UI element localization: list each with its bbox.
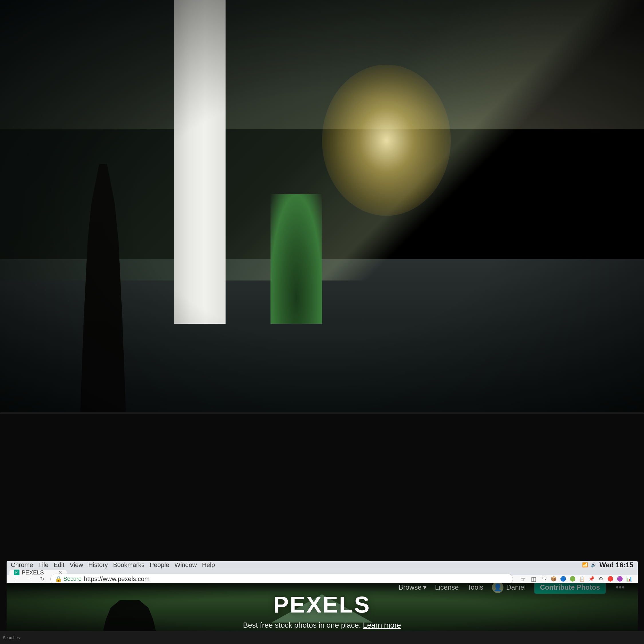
ext-icon-4[interactable]: 🟢	[569, 575, 577, 583]
pexels-tagline: Best free stock photos in one place. Lea…	[101, 621, 543, 630]
ext-icon-3[interactable]: 🔵	[559, 575, 567, 583]
bookmark-icons: ☆ ◫ 🛡 📦 🔵 🟢 📋 📌 ⚙ 🔴 🟣 📊	[519, 575, 633, 583]
menu-history[interactable]: History	[88, 561, 108, 569]
secure-badge: 🔒 Secure	[55, 576, 82, 582]
wifi-icon: 📶	[582, 562, 588, 568]
background-photo	[0, 0, 644, 432]
url-text: https://www.pexels.com	[84, 575, 150, 583]
nav-tools[interactable]: Tools	[467, 583, 483, 591]
more-options-button[interactable]: •••	[614, 583, 626, 594]
monitor-screen: Chrome File Edit View History Bookmarks …	[7, 561, 638, 639]
lock-icon: 🔒	[55, 576, 62, 582]
office-column	[174, 0, 226, 324]
window-light	[322, 65, 451, 216]
taskbar-search-label: Searches	[3, 635, 20, 640]
ext-icon-1[interactable]: 🛡	[540, 575, 548, 583]
nav-username: Daniel	[506, 583, 526, 591]
secure-label: Secure	[64, 576, 82, 582]
volume-icon: 🔊	[591, 562, 596, 568]
back-button[interactable]: ←	[11, 574, 21, 584]
menu-people[interactable]: People	[150, 561, 169, 569]
nav-license[interactable]: License	[435, 583, 459, 591]
extension-icons: 🛡 📦 🔵 🟢 📋 📌 ⚙ 🔴 🟣 📊	[540, 575, 633, 583]
contribute-photos-button[interactable]: Contribute Photos	[534, 583, 606, 594]
monitor-bezel: Chrome File Edit View History Bookmarks …	[0, 412, 644, 644]
ext-icon-10[interactable]: 📊	[625, 575, 633, 583]
menu-window[interactable]: Window	[174, 561, 197, 569]
reload-button[interactable]: ↻	[37, 574, 48, 584]
forward-button[interactable]: →	[24, 574, 34, 584]
bookmark-star-icon[interactable]: ☆	[519, 575, 527, 583]
system-icons: 📶 🔊 Wed 16:15	[582, 561, 633, 569]
chrome-titlebar: Chrome File Edit View History Bookmarks …	[7, 561, 638, 569]
nav-browse[interactable]: Browse ▾	[399, 583, 426, 591]
chrome-browser: Chrome File Edit View History Bookmarks …	[7, 561, 638, 639]
menu-help[interactable]: Help	[202, 561, 215, 569]
learn-more-link[interactable]: Learn more	[363, 621, 401, 629]
ext-icon-7[interactable]: ⚙	[597, 575, 605, 583]
chrome-menu-bar: Chrome File Edit View History Bookmarks …	[11, 561, 215, 569]
pexels-logo: PEXELS	[101, 592, 543, 618]
menu-edit[interactable]: Edit	[54, 561, 64, 569]
ext-icon-5[interactable]: 📋	[578, 575, 586, 583]
system-time: Wed 16:15	[599, 561, 633, 569]
reader-mode-icon[interactable]: ◫	[530, 575, 538, 583]
taskbar: Searches	[0, 631, 644, 644]
menu-file[interactable]: File	[38, 561, 48, 569]
menu-view[interactable]: View	[70, 561, 83, 569]
menu-bookmarks[interactable]: Bookmarks	[113, 561, 145, 569]
ext-icon-9[interactable]: 🟣	[616, 575, 624, 583]
chrome-toolbar: ← → ↻ 🔒 Secure https://www.pexels.com ☆ …	[7, 575, 638, 583]
ext-icon-2[interactable]: 📦	[550, 575, 558, 583]
ext-icon-6[interactable]: 📌	[588, 575, 596, 583]
office-plant	[270, 194, 322, 323]
pexels-nav: Browse ▾ License Tools 👤 Daniel	[7, 583, 638, 592]
ext-icon-8[interactable]: 🔴	[607, 575, 615, 583]
browse-chevron-icon: ▾	[423, 583, 426, 591]
menu-chrome[interactable]: Chrome	[11, 561, 33, 569]
